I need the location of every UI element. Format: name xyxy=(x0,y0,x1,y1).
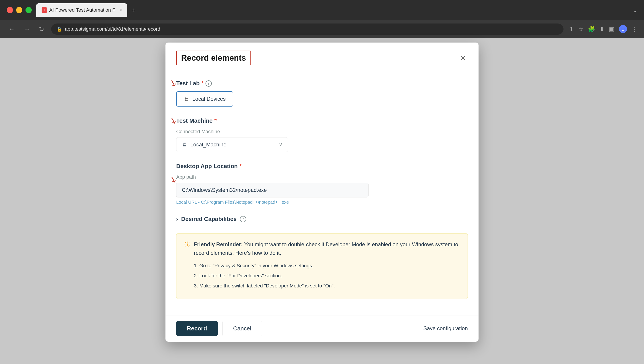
sidebar-icon[interactable]: ▣ xyxy=(609,26,614,33)
capabilities-row[interactable]: › Desired Capabilities ? xyxy=(176,216,468,223)
traffic-lights xyxy=(7,7,32,13)
hint-text: Local URL - C:\Program Files\Notepad++\n… xyxy=(176,200,468,205)
traffic-light-close[interactable] xyxy=(7,7,13,13)
app-path-input[interactable] xyxy=(176,183,368,198)
dropdown-monitor-icon: 🖥 xyxy=(182,141,187,148)
capabilities-label: Desired Capabilities xyxy=(181,216,237,223)
modal-header: Record elements ✕ xyxy=(166,43,478,72)
tab-favicon: T xyxy=(42,8,47,13)
traffic-light-fullscreen[interactable] xyxy=(26,7,32,13)
reminder-info-icon: ⓘ xyxy=(184,241,190,249)
profile-icon[interactable]: U xyxy=(619,25,627,33)
dropdown-left: 🖥 Local_Machine xyxy=(182,141,226,148)
modal-body: ↘ Test Lab * i 🖥 Local Devices ↘ xyxy=(166,72,478,315)
new-tab-button[interactable]: + xyxy=(129,6,137,15)
tab-title: AI Powered Test Automation P xyxy=(49,7,116,13)
arrow-indicator-1: ↘ xyxy=(168,77,178,89)
forward-button[interactable]: → xyxy=(22,25,32,34)
test-machine-label: Test Machine * xyxy=(176,117,468,124)
browser-menu-button[interactable]: ⌄ xyxy=(632,7,637,14)
reminder-list: 1. Go to "Privacy & Security" in your Wi… xyxy=(184,262,460,289)
traffic-light-minimize[interactable] xyxy=(16,7,22,13)
capabilities-info-icon[interactable]: ? xyxy=(240,216,246,222)
desktop-app-section: ↘ Desktop App Location * App path Local … xyxy=(176,163,468,205)
local-devices-label: Local Devices xyxy=(192,96,226,102)
browser-actions: ⬆ ☆ 🧩 ⬇ ▣ U ⋮ xyxy=(569,25,637,33)
address-bar-row: ← → ↻ 🔒 app.testsigma.com/ui/td/81/eleme… xyxy=(0,20,644,38)
reminder-box: ⓘ Friendly Reminder: You might want to d… xyxy=(176,233,468,299)
extensions-icon[interactable]: 🧩 xyxy=(588,26,595,33)
arrow-indicator-2: ↘ xyxy=(168,114,178,126)
modal-footer: Record Cancel Save configuration xyxy=(166,315,478,342)
desktop-app-label: Desktop App Location * xyxy=(176,163,468,170)
reminder-step-3: 3. Make sure the switch labeled "Develop… xyxy=(194,282,460,289)
test-machine-section: ↘ Test Machine * Connected Machine 🖥 Loc… xyxy=(176,117,468,152)
required-star-1: * xyxy=(202,80,204,87)
cancel-button[interactable]: Cancel xyxy=(222,321,262,336)
connected-machine-label: Connected Machine xyxy=(176,129,468,134)
save-configuration-link[interactable]: Save configuration xyxy=(423,325,468,331)
modal-close-button[interactable]: ✕ xyxy=(458,52,468,64)
share-icon[interactable]: ⬆ xyxy=(569,26,574,33)
tab-bar: T AI Powered Test Automation P × + xyxy=(36,3,628,17)
reminder-step-2: 2. Look for the "For Developers" section… xyxy=(194,272,460,279)
monitor-icon: 🖥 xyxy=(184,96,189,102)
test-lab-label: Test Lab * i xyxy=(176,80,468,87)
reminder-title: Friendly Reminder: You might want to dou… xyxy=(194,240,460,257)
browser-chrome: T AI Powered Test Automation P × + ⌄ xyxy=(0,0,644,20)
record-elements-modal: Record elements ✕ ↘ Test Lab * i 🖥 Local… xyxy=(166,43,478,342)
active-tab[interactable]: T AI Powered Test Automation P × xyxy=(36,3,127,17)
content-area: Record elements ✕ ↘ Test Lab * i 🖥 Local… xyxy=(0,38,644,364)
desired-capabilities-section: › Desired Capabilities ? xyxy=(176,216,468,223)
reminder-step-1: 1. Go to "Privacy & Security" in your Wi… xyxy=(194,262,460,269)
test-lab-section: ↘ Test Lab * i 🖥 Local Devices xyxy=(176,80,468,107)
machine-dropdown[interactable]: 🖥 Local_Machine ∨ xyxy=(176,137,288,152)
url-text: app.testsigma.com/ui/td/81/elements/reco… xyxy=(65,26,160,32)
reminder-header: ⓘ Friendly Reminder: You might want to d… xyxy=(184,240,460,257)
reload-button[interactable]: ↻ xyxy=(37,25,46,34)
dropdown-value: Local_Machine xyxy=(190,141,226,148)
app-path-label: App path xyxy=(176,174,468,180)
record-button[interactable]: Record xyxy=(176,321,218,336)
chevron-down-icon: ∨ xyxy=(279,142,282,147)
tab-close-button[interactable]: × xyxy=(120,8,122,13)
download-icon[interactable]: ⬇ xyxy=(600,26,604,33)
test-lab-info-icon[interactable]: i xyxy=(206,80,212,87)
lock-icon: 🔒 xyxy=(56,27,62,32)
expand-icon: › xyxy=(176,216,178,222)
modal-title: Record elements xyxy=(176,51,251,65)
local-devices-button[interactable]: 🖥 Local Devices xyxy=(176,91,233,107)
bookmark-icon[interactable]: ☆ xyxy=(578,26,584,33)
address-bar[interactable]: 🔒 app.testsigma.com/ui/td/81/elements/re… xyxy=(51,24,564,35)
browser-menu-icon[interactable]: ⋮ xyxy=(632,26,637,33)
back-button[interactable]: ← xyxy=(7,25,16,34)
required-star-2: * xyxy=(214,117,217,124)
required-star-3: * xyxy=(240,163,242,170)
